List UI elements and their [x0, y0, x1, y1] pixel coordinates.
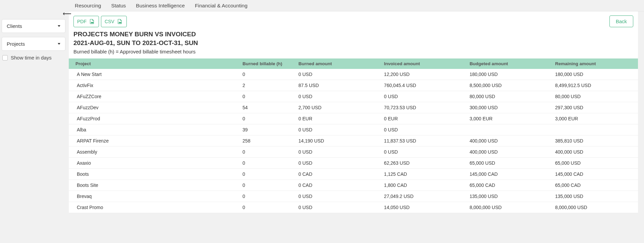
cell-remaining: 8,000,000 USD: [552, 202, 638, 213]
table-row: Alba390 USD0 USD: [69, 124, 638, 135]
cell-project: Brevaq: [69, 191, 240, 202]
cell-burned_amt: 0 USD: [296, 158, 381, 169]
cell-burned_h: 0: [240, 202, 296, 213]
show-time-in-days-label: Show time in days: [11, 55, 52, 60]
tab-financial-accounting[interactable]: Financial & Accounting: [195, 3, 248, 9]
cell-budgeted: [467, 124, 552, 135]
clients-dropdown[interactable]: Clients: [2, 19, 65, 33]
pdf-icon: [89, 18, 95, 25]
table-row: Assembly00 USD0 USD400,000 USD400,000 US…: [69, 147, 638, 158]
back-button[interactable]: Back: [609, 15, 633, 27]
cell-burned_amt: 0 EUR: [296, 113, 381, 124]
cell-invoiced: 0 USD: [381, 147, 467, 158]
cell-burned_amt: 87.5 USD: [296, 80, 381, 91]
cell-project: Boots Site: [69, 180, 240, 191]
table-row: Axaxio00 USD62,263 USD65,000 USD65,000 U…: [69, 158, 638, 169]
cell-burned_h: 0: [240, 91, 296, 102]
tab-status[interactable]: Status: [111, 3, 126, 9]
cell-project: Crast Promo: [69, 202, 240, 213]
cell-remaining: 297,300 USD: [552, 102, 638, 113]
cell-invoiced: 12,200 USD: [381, 69, 467, 80]
col-budgeted-amount: Budgeted amount: [467, 58, 552, 69]
back-arrow-icon[interactable]: ⟵: [63, 10, 71, 17]
cell-project: A New Start: [69, 69, 240, 80]
pdf-export-button[interactable]: PDF: [73, 16, 99, 27]
cell-burned_amt: 0 USD: [296, 147, 381, 158]
cell-remaining: 3,000 EUR: [552, 113, 638, 124]
cell-budgeted: 180,000 USD: [467, 69, 552, 80]
col-burned-billable: Burned billable (h): [240, 58, 296, 69]
report-subtitle: Burned billable (h) = Approved billable …: [73, 49, 633, 54]
cell-remaining: 145,000 CAD: [552, 169, 638, 180]
report-title: PROJECTS MONEY BURN VS INVOICED: [73, 31, 633, 38]
cell-project: ActivFix: [69, 80, 240, 91]
cell-burned_amt: 0 CAD: [296, 169, 381, 180]
cell-burned_amt: 0 USD: [296, 124, 381, 135]
cell-budgeted: 135,000 USD: [467, 191, 552, 202]
cell-burned_amt: 0 USD: [296, 191, 381, 202]
pdf-label: PDF: [77, 19, 87, 24]
cell-burned_h: 258: [240, 135, 296, 147]
cell-invoiced: 1,125 CAD: [381, 169, 467, 180]
cell-burned_h: 0: [240, 191, 296, 202]
cell-invoiced: 11,837.53 USD: [381, 135, 467, 147]
chevron-down-icon: [58, 25, 60, 27]
cell-burned_amt: 0 CAD: [296, 180, 381, 191]
table-row: Boots Site00 CAD1,800 CAD65,000 CAD65,00…: [69, 180, 638, 191]
cell-budgeted: 65,000 CAD: [467, 180, 552, 191]
cell-burned_h: 0: [240, 147, 296, 158]
tab-resourcing[interactable]: Resourcing: [75, 3, 101, 9]
cell-remaining: 385,810 USD: [552, 135, 638, 147]
projects-dropdown[interactable]: Projects: [2, 37, 65, 51]
cell-remaining: 180,000 USD: [552, 69, 638, 80]
cell-remaining: 65,000 USD: [552, 158, 638, 169]
cell-remaining: 65,000 CAD: [552, 180, 638, 191]
cell-budgeted: 80,000 USD: [467, 91, 552, 102]
cell-burned_amt: 14,190 USD: [296, 135, 381, 147]
table-row: AFuzzProd00 EUR0 EUR3,000 EUR3,000 EUR: [69, 113, 638, 124]
cell-burned_amt: 2,700 USD: [296, 102, 381, 113]
table-row: ARPAT Firenze25814,190 USD11,837.53 USD4…: [69, 135, 638, 147]
cell-project: Assembly: [69, 147, 240, 158]
table-row: AFuZZCore00 USD0 USD80,000 USD80,000 USD: [69, 91, 638, 102]
cell-invoiced: 0 EUR: [381, 113, 467, 124]
cell-invoiced: 14,050 USD: [381, 202, 467, 213]
cell-budgeted: 8,000,000 USD: [467, 202, 552, 213]
cell-budgeted: 400,000 USD: [467, 135, 552, 147]
cell-project: Alba: [69, 124, 240, 135]
cell-burned_amt: 0 USD: [296, 202, 381, 213]
svg-rect-0: [91, 22, 94, 23]
csv-icon: [116, 18, 123, 25]
cell-invoiced: 70,723.53 USD: [381, 102, 467, 113]
cell-remaining: 80,000 USD: [552, 91, 638, 102]
cell-project: Axaxio: [69, 158, 240, 169]
table-row: A New Start00 USD12,200 USD180,000 USD18…: [69, 69, 638, 80]
cell-budgeted: 8,500,000 USD: [467, 80, 552, 91]
cell-remaining: 135,000 USD: [552, 191, 638, 202]
col-project: Project: [69, 58, 240, 69]
show-time-in-days-checkbox[interactable]: Show time in days: [2, 55, 65, 60]
cell-budgeted: 145,000 CAD: [467, 169, 552, 180]
csv-export-button[interactable]: CSV: [101, 16, 127, 27]
cell-burned_h: 0: [240, 169, 296, 180]
col-burned-amount: Burned amount: [296, 58, 381, 69]
col-remaining-amount: Remaining amount: [552, 58, 638, 69]
cell-budgeted: 300,000 USD: [467, 102, 552, 113]
tab-business-intelligence[interactable]: Business Intelligence: [136, 3, 185, 9]
show-time-in-days-input[interactable]: [2, 55, 8, 60]
report-daterange: 2021-AUG-01, SUN TO 2021-OCT-31, SUN: [73, 39, 633, 47]
cell-project: Boots: [69, 169, 240, 180]
cell-burned_h: 0: [240, 69, 296, 80]
cell-project: ARPAT Firenze: [69, 135, 240, 147]
chevron-down-icon: [58, 43, 60, 45]
projects-label: Projects: [7, 41, 25, 47]
cell-burned_h: 39: [240, 124, 296, 135]
cell-burned_h: 0: [240, 113, 296, 124]
projects-table: Project Burned billable (h) Burned amoun…: [69, 58, 638, 213]
cell-remaining: [552, 124, 638, 135]
cell-burned_h: 54: [240, 102, 296, 113]
cell-budgeted: 3,000 EUR: [467, 113, 552, 124]
cell-burned_amt: 0 USD: [296, 69, 381, 80]
table-row: AFuzzDev542,700 USD70,723.53 USD300,000 …: [69, 102, 638, 113]
cell-invoiced: 27,049.2 USD: [381, 191, 467, 202]
